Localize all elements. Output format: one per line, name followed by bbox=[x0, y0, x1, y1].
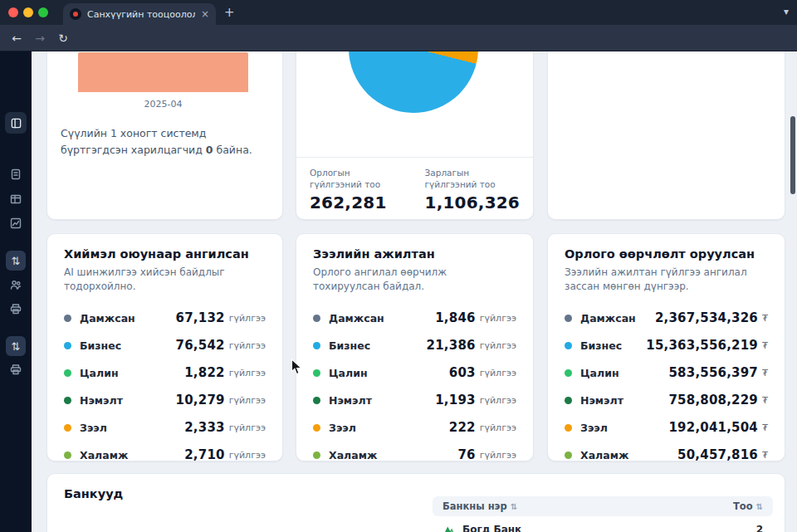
card-subtitle: AI шинжилгээ хийсэн байдлыг тодорхойлно. bbox=[64, 266, 266, 295]
ai-classification-card: Хиймэл оюунаар ангилсан AI шинжилгээ хий… bbox=[46, 233, 283, 461]
printer-icon bbox=[9, 363, 22, 376]
browser-window: Санхүүгийн тооцоолол × + ▾ ← → ↻ ⚠ Not S… bbox=[0, 0, 797, 532]
browser-tab[interactable]: Санхүүгийн тооцоолол × bbox=[63, 3, 216, 25]
tab-title: Санхүүгийн тооцоолол bbox=[87, 9, 195, 20]
reload-button[interactable]: ↻ bbox=[56, 31, 71, 46]
category-value: 583,556,397 bbox=[668, 365, 758, 380]
zoom-window-button[interactable] bbox=[38, 7, 48, 17]
category-value: 1,193 bbox=[435, 393, 475, 408]
list-item: Зээл 222 гүйлгээ bbox=[313, 414, 516, 442]
category-value: 50,457,816 bbox=[677, 447, 758, 461]
list-item: Зээл 2,333 гүйлгээ bbox=[64, 414, 266, 442]
category-suffix: гүйлгээ bbox=[229, 313, 266, 324]
category-list: Дамжсан 67,132 гүйлгээ Бизнес 76,542 гүй… bbox=[64, 305, 266, 461]
printer-icon bbox=[9, 302, 22, 315]
tab-close-icon[interactable]: × bbox=[201, 9, 209, 19]
category-suffix: гүйлгээ bbox=[480, 340, 516, 351]
table-icon bbox=[9, 193, 22, 206]
bank-count: 2 bbox=[756, 524, 763, 532]
category-dot bbox=[64, 451, 71, 459]
site-favicon bbox=[70, 8, 81, 20]
mouse-cursor bbox=[291, 359, 303, 379]
category-value: 758,808,229 bbox=[668, 393, 758, 408]
pie-chart bbox=[349, 51, 478, 113]
list-item: Халамж 76 гүйлгээ bbox=[313, 442, 516, 461]
card-subtitle: Орлого ангилал өөрчилж тохируулсан байда… bbox=[313, 266, 516, 295]
bar-2025-04 bbox=[78, 52, 248, 92]
category-dot bbox=[64, 369, 71, 377]
category-value: 222 bbox=[449, 420, 476, 435]
list-item: Цалин 1,822 гүйлгээ bbox=[64, 359, 266, 387]
chart-icon bbox=[9, 217, 22, 230]
sidebar-item-sort-1[interactable]: ⇅ bbox=[6, 251, 26, 271]
tab-search-icon[interactable]: ▾ bbox=[784, 6, 789, 17]
category-label: Дамжсан bbox=[580, 312, 636, 325]
sidebar-item-users[interactable] bbox=[9, 278, 22, 291]
sort-icon: ⇅ bbox=[511, 502, 517, 511]
category-suffix: гүйлгээ bbox=[229, 422, 266, 433]
customers-card: 2025-04 Сүүлийн 1 хоногт системд бүртгэг… bbox=[46, 51, 283, 220]
category-value: 2,710 bbox=[184, 447, 224, 461]
list-item: Нэмэлт 10,279 гүйлгээ bbox=[64, 387, 266, 414]
category-value: 603 bbox=[449, 365, 476, 380]
category-list: Дамжсан 2,367,534,326 ₮ Бизнес 15,363,55… bbox=[565, 305, 768, 461]
sidebar-item-print[interactable] bbox=[9, 302, 22, 315]
sidebar-item-reports[interactable] bbox=[9, 168, 22, 181]
category-suffix: гүйлгээ bbox=[480, 368, 516, 378]
table-row[interactable]: Богд Банк 2 bbox=[433, 516, 773, 532]
page-scrollbar[interactable] bbox=[790, 116, 795, 194]
category-suffix: гүйлгээ bbox=[480, 450, 516, 461]
category-label: Цалин bbox=[80, 367, 119, 379]
category-suffix: ₮ bbox=[762, 450, 768, 461]
close-window-button[interactable] bbox=[8, 7, 18, 17]
category-dot bbox=[64, 397, 71, 404]
sidebar-item-archive[interactable] bbox=[9, 363, 22, 376]
category-dot bbox=[313, 451, 320, 459]
list-item: Бизнес 76,542 гүйлгээ bbox=[64, 332, 266, 359]
transaction-stats: Орлогын гүйлгээний тоо 262,281 Зарлагын … bbox=[296, 157, 533, 219]
list-item: Дамжсан 1,846 гүйлгээ bbox=[313, 305, 516, 332]
category-dot bbox=[313, 397, 320, 404]
empty-card bbox=[547, 51, 785, 220]
income-stat: Орлогын гүйлгээний тоо 262,281 bbox=[296, 158, 412, 219]
bank-count-column-sort[interactable]: Тоо⇅ bbox=[733, 500, 763, 512]
sort-icon: ⇅ bbox=[756, 502, 763, 511]
category-dot bbox=[64, 342, 71, 349]
category-label: Зээл bbox=[580, 422, 608, 434]
users-icon bbox=[9, 278, 22, 291]
category-label: Нэмэлт bbox=[580, 394, 623, 407]
forward-button[interactable]: → bbox=[32, 31, 47, 46]
bank-logo-icon bbox=[443, 523, 456, 532]
card-title: Орлого өөрчлөлт оруулсан bbox=[565, 247, 768, 261]
category-label: Бизнес bbox=[329, 339, 370, 352]
sidebar-item-tables[interactable] bbox=[9, 193, 22, 206]
list-item: Зээл 192,041,504 ₮ bbox=[565, 414, 768, 442]
tab-strip: Санхүүгийн тооцоолол × + ▾ bbox=[0, 0, 797, 25]
list-item: Халамж 50,457,816 ₮ bbox=[565, 442, 768, 461]
income-value: 262,281 bbox=[310, 193, 398, 212]
category-suffix: гүйлгээ bbox=[229, 395, 266, 406]
category-dot bbox=[313, 369, 320, 377]
new-tab-button[interactable]: + bbox=[224, 6, 235, 19]
list-item: Цалин 583,556,397 ₮ bbox=[565, 359, 768, 387]
list-item: Бизнес 15,363,556,219 ₮ bbox=[565, 332, 768, 359]
panel-icon bbox=[10, 117, 22, 129]
category-dot bbox=[565, 451, 572, 459]
category-suffix: ₮ bbox=[762, 368, 768, 378]
card-subtitle: Зээлийн ажилтан гүйлгээ ангилал зассан м… bbox=[565, 266, 768, 295]
category-value: 2,333 bbox=[184, 420, 224, 435]
category-value: 21,386 bbox=[427, 338, 476, 353]
list-item: Нэмэлт 758,808,229 ₮ bbox=[565, 387, 768, 414]
expense-label: Зарлагын гүйлгээний тоо bbox=[425, 167, 520, 190]
sidebar-item-logo[interactable] bbox=[5, 112, 27, 134]
category-suffix: гүйлгээ bbox=[480, 313, 516, 324]
card-title: Хиймэл оюунаар ангилсан bbox=[64, 247, 266, 261]
sidebar-item-sort-2[interactable]: ⇅ bbox=[6, 336, 26, 356]
sidebar-item-analytics[interactable] bbox=[9, 217, 22, 230]
category-label: Цалин bbox=[580, 367, 619, 379]
minimize-window-button[interactable] bbox=[23, 7, 33, 17]
category-suffix: ₮ bbox=[762, 313, 768, 324]
app-sidebar: ⇅ ⇅ » US bbox=[0, 51, 32, 532]
bank-name-column-sort[interactable]: Банкны нэр⇅ bbox=[443, 500, 517, 512]
back-button[interactable]: ← bbox=[9, 31, 24, 46]
